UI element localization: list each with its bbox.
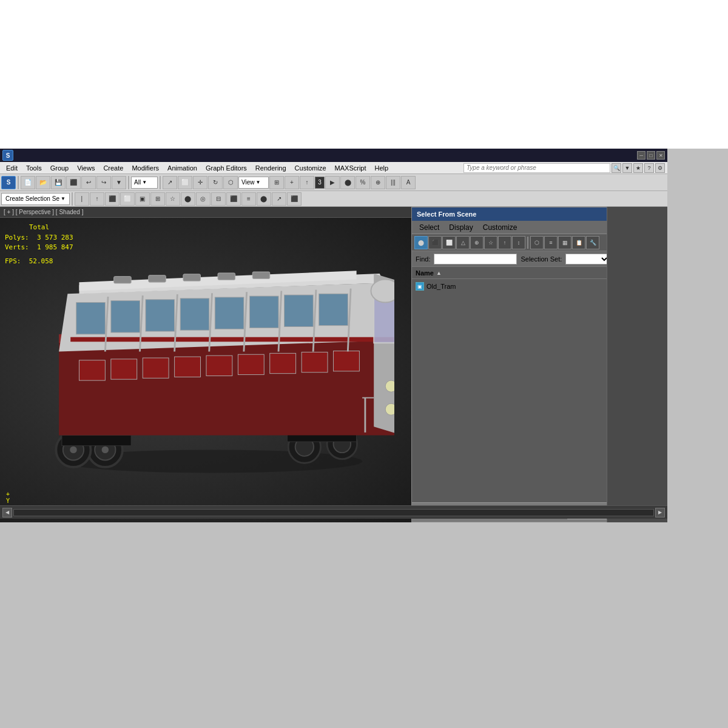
title-bar: S ─ □ ✕ [0,149,667,162]
bottom-btn2[interactable]: ▶ [655,508,665,517]
menu-modifiers[interactable]: Modifiers [128,163,163,173]
tb2-btn8[interactable]: ⬤ [181,192,195,206]
tb2-btn3[interactable]: ⬛ [105,192,120,206]
tb2-btn5[interactable]: ▣ [135,192,150,206]
tb2-btn14[interactable]: ↗ [272,192,286,206]
snap3-button[interactable]: ↑ [300,176,314,189]
tb2-btn4[interactable]: ⬜ [120,192,135,206]
dt-btn1[interactable]: ⬤ [414,236,428,249]
tb2-btn7[interactable]: ☆ [166,192,180,206]
maximize-button[interactable]: □ [647,151,655,160]
snap2-button[interactable]: + [285,176,299,189]
menu-edit[interactable]: Edit [2,163,21,173]
dialog-title: Select From Scene [417,211,476,218]
selection-set-dropdown[interactable] [565,254,609,265]
svg-point-54 [385,380,394,392]
dialog-menu-select[interactable]: Select [417,222,442,233]
dt-btn7[interactable]: ↑ [498,236,511,249]
open-button[interactable]: 📂 [36,176,50,189]
svg-rect-33 [238,354,264,374]
dialog-menu-display[interactable]: Display [447,222,475,233]
select-rotate-button[interactable]: ↻ [208,176,223,189]
object-name: Old_Tram [426,283,456,290]
separator1 [18,176,19,189]
select-obj-button[interactable]: ↗ [163,176,177,189]
menu-help[interactable]: Help [371,163,393,173]
tb2-btn1[interactable]: | [75,192,89,206]
selection-filter-dropdown[interactable]: All▼ [131,177,158,189]
menu-tools[interactable]: Tools [22,163,46,173]
menu-group[interactable]: Group [47,163,73,173]
dialog-menu-customize[interactable]: Customize [480,222,520,233]
extra-button[interactable]: ▼ [112,176,126,189]
percent-button[interactable]: % [356,176,370,189]
snap-button[interactable]: ⊞ [269,176,284,189]
select-scale-button[interactable]: ⬡ [223,176,238,189]
right-panel [607,207,667,522]
menu-views[interactable]: Views [73,163,98,173]
viewport-content[interactable]: Total Polys: 3 573 283 Verts: 1 985 847 … [0,218,411,522]
selection-set-label: Selection Set: [521,255,562,263]
tb2-btn9[interactable]: ◎ [196,192,211,206]
new-button[interactable]: 📄 [21,176,35,189]
tb2-btn11[interactable]: ⬛ [226,192,241,206]
help-button[interactable]: ? [644,163,654,173]
tb2-btn6[interactable]: ⊞ [150,192,165,206]
menu-maxscript[interactable]: MAXScript [331,163,370,173]
dt-btn13[interactable]: 🔧 [586,236,599,249]
find-input[interactable] [434,254,517,265]
search-options-button[interactable]: ▼ [622,163,632,173]
tb2-btn2[interactable]: ↑ [90,192,104,206]
view-dropdown[interactable]: View▼ [238,177,269,189]
menu-animation[interactable]: Animation [164,163,201,173]
tb2-btn10[interactable]: ⊟ [211,192,226,206]
dt-btn9[interactable]: ⬡ [530,236,544,249]
redo-button[interactable]: ↪ [96,176,111,189]
minimize-button[interactable]: ─ [637,151,645,160]
select-move-button[interactable]: ✛ [193,176,207,189]
svg-rect-35 [302,352,328,372]
dt-btn2[interactable]: ⬛ [428,236,442,249]
coord-display: + Y [6,491,10,504]
bottom-btn1[interactable]: ◀ [2,508,12,517]
dt-btn10[interactable]: ≡ [544,236,558,249]
tb2-btn15[interactable]: ⬛ [287,192,302,206]
dt-btn3[interactable]: ⬜ [442,236,456,249]
svg-rect-40 [183,274,201,281]
menu-rendering[interactable]: Rendering [252,163,290,173]
dt-btn4[interactable]: △ [456,236,470,249]
anim2-button[interactable]: ⬤ [340,176,355,189]
save-as-button[interactable]: ⬛ [66,176,81,189]
number-display: 3 [315,177,325,189]
dt-btn5[interactable]: ⊕ [470,236,484,249]
svg-rect-36 [334,351,360,371]
settings-button[interactable]: ⚙ [655,163,665,173]
svg-rect-38 [114,277,132,283]
search-input[interactable] [463,163,610,173]
save-button[interactable]: 💾 [51,176,66,189]
misc1-button[interactable]: ⊕ [371,176,385,189]
svg-rect-34 [270,353,296,373]
misc3-button[interactable]: A [401,176,416,189]
timeline-bar[interactable] [13,509,654,516]
bookmark-button[interactable]: ★ [633,163,643,173]
name-column-label: Name [416,269,434,277]
select-region-button[interactable]: ⬜ [178,176,192,189]
menu-customize[interactable]: Customize [291,163,330,173]
dt-btn8[interactable]: ↕ [512,236,525,249]
create-selection-set-button[interactable]: Create Selection Se▼ [1,193,70,205]
menu-graph-editors[interactable]: Graph Editors [202,163,251,173]
tb2-btn12[interactable]: ≡ [241,192,256,206]
dt-btn12[interactable]: 📋 [572,236,585,249]
undo-button[interactable]: ↩ [81,176,96,189]
close-button[interactable]: ✕ [656,151,665,160]
misc2-button[interactable]: ||| [386,176,400,189]
tb2-btn13[interactable]: ⬤ [257,192,271,206]
app-window: S ─ □ ✕ 🔍 ▼ ★ ? ⚙ Edit Tools Group Views… [0,149,667,519]
anim1-button[interactable]: ▶ [325,176,340,189]
dt-btn11[interactable]: ▦ [558,236,571,249]
search-button[interactable]: 🔍 [612,163,621,173]
viewport[interactable]: [ + ] [ Perspective ] [ Shaded ] Total P… [0,207,411,522]
dt-btn6[interactable]: ☆ [484,236,497,249]
menu-create[interactable]: Create [99,163,127,173]
